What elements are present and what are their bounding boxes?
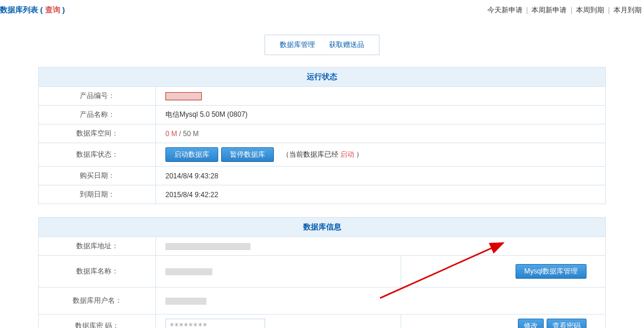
space-label: 数据库空间：: [39, 124, 156, 143]
db-pw-label: 数据库密 码：: [39, 315, 156, 329]
db-manage-link[interactable]: 数据库管理: [280, 40, 315, 49]
link-today-new[interactable]: 今天新申请: [487, 6, 523, 14]
modify-button[interactable]: 修改: [518, 319, 544, 328]
db-user-value: [156, 288, 606, 315]
product-name-label: 产品名称：: [39, 106, 156, 124]
get-gift-link[interactable]: 获取赠送品: [329, 40, 364, 49]
link-week-expire[interactable]: 本周到期: [576, 6, 604, 14]
link-month-expire[interactable]: 本月到期: [614, 6, 642, 14]
status-table: 运行状态 产品编号： 产品名称： 电信Mysql 5.0 50M (0807) …: [38, 67, 606, 204]
db-name-label: 数据库名称：: [39, 256, 156, 288]
page-title: 数据库列表 ( 查询 ): [0, 5, 65, 15]
db-addr-value: [156, 237, 606, 256]
product-id-label: 产品编号：: [39, 87, 156, 106]
pause-db-button[interactable]: 暂停数据库: [221, 147, 274, 162]
product-id-value: [156, 87, 606, 106]
query-link[interactable]: 查询: [45, 5, 60, 14]
db-addr-label: 数据库地址：: [39, 237, 156, 256]
start-db-button[interactable]: 启动数据库: [165, 147, 218, 162]
expire-date-label: 到期日期：: [39, 185, 156, 204]
password-input[interactable]: [165, 319, 265, 328]
status-header: 运行状态: [39, 67, 606, 87]
view-pw-button[interactable]: 查看密码: [547, 319, 587, 328]
product-name-value: 电信Mysql 5.0 50M (0807): [156, 106, 606, 124]
link-week-new[interactable]: 本周新申请: [531, 6, 567, 14]
status-note: （当前数据库已经 启动 ）: [282, 150, 364, 158]
expire-date-value: 2015/8/4 9:42:22: [156, 185, 606, 204]
mysql-manage-button[interactable]: Mysql数据库管理: [516, 264, 587, 279]
buy-date-label: 购买日期：: [39, 167, 156, 185]
info-header: 数据库信息: [39, 218, 606, 237]
info-table: 数据库信息 数据库地址： 数据库名称： Mysql数据库管理 数据库用户名： 数…: [38, 217, 606, 328]
db-name-value: [156, 256, 401, 288]
buy-date-value: 2014/8/4 9:43:28: [156, 167, 606, 185]
status-label: 数据库状态：: [39, 143, 156, 167]
space-value: 0 M / 50 M: [156, 124, 606, 143]
center-button-panel: 数据库管理 获取赠送品: [265, 35, 379, 55]
top-links: 今天新申请 | 本周新申请 | 本周到期 | 本月到期: [487, 5, 642, 15]
db-user-label: 数据库用户名：: [39, 288, 156, 315]
